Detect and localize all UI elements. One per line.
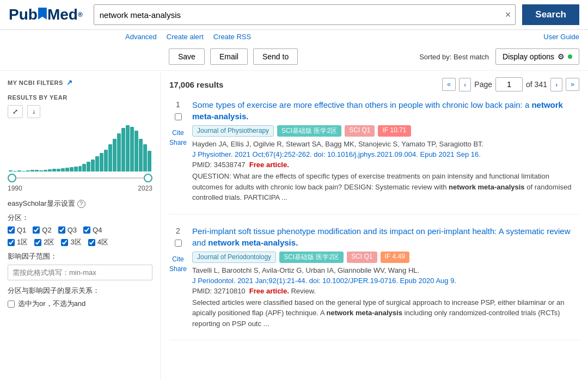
- zone-cb-label: Q3: [68, 226, 77, 234]
- article-left-col: 1CiteShare: [169, 99, 187, 203]
- article-journal[interactable]: J Physiother. 2021 Oct;67(4):252-262. do…: [192, 150, 579, 158]
- range-handle-right[interactable]: [144, 174, 152, 182]
- chart-bar: [74, 167, 78, 171]
- zone-cb-label: 3区: [70, 237, 81, 247]
- zone-checkbox-4区[interactable]: [88, 239, 95, 246]
- zone-checkbox-3区[interactable]: [61, 239, 68, 246]
- first-page-button[interactable]: «: [442, 78, 456, 91]
- range-handle-left[interactable]: [8, 174, 16, 182]
- create-alert-link[interactable]: Create alert: [167, 33, 204, 41]
- article-badge: Journal of Physiotherapy: [192, 125, 274, 137]
- article-journal[interactable]: J Periodontol. 2021 Jan;92(1):21-44. doi…: [192, 277, 579, 285]
- chart-bar: [100, 153, 103, 171]
- chart-bar: [78, 166, 82, 171]
- chart-bar: [121, 128, 125, 171]
- clear-search-button[interactable]: ×: [501, 9, 516, 21]
- chart-bar: [52, 169, 56, 171]
- toolbar: Save Email Send to Sorted by: Best match…: [0, 43, 588, 71]
- zone-cb-label: Q1: [17, 226, 26, 234]
- relation-label: 分区与影响因子的显示关系：: [8, 286, 152, 296]
- chart-bar: [70, 167, 74, 171]
- next-page-button[interactable]: ›: [550, 78, 562, 91]
- zone-checkbox-Q1[interactable]: [8, 226, 15, 234]
- article-item: 2CiteSharePeri-implant soft tissue pheno…: [169, 225, 579, 341]
- chart-bar: [148, 151, 151, 171]
- advanced-link[interactable]: Advanced: [125, 33, 157, 41]
- share-button[interactable]: Share: [169, 265, 187, 273]
- pubmed-logo[interactable]: PubMed®: [9, 6, 83, 23]
- article-authors: Tavelli L, Barootchi S, Avila-Ortiz G, U…: [192, 266, 579, 274]
- zone-checkbox-Q3[interactable]: [58, 226, 65, 234]
- year-end-label: 2023: [138, 185, 152, 192]
- chart-bar: [35, 170, 39, 171]
- article-body: Peri-implant soft tissue phenotype modif…: [192, 225, 579, 329]
- article-badge: IF 10.71: [378, 125, 411, 137]
- green-dot-indicator: [568, 54, 572, 59]
- chart-bar: [22, 171, 26, 171]
- external-link-icon: ↗: [66, 78, 73, 87]
- impact-input[interactable]: [8, 265, 152, 280]
- chart-bar: [82, 164, 86, 171]
- range-line: [8, 177, 152, 179]
- display-options-button[interactable]: Display options ⚙: [495, 48, 579, 65]
- expand-chart-button[interactable]: ⤢: [8, 105, 23, 118]
- chart-bar: [95, 156, 99, 171]
- zone-cb-label: Q4: [93, 226, 102, 234]
- download-chart-button[interactable]: ↓: [27, 105, 40, 118]
- save-button[interactable]: Save: [169, 48, 205, 65]
- prev-page-button[interactable]: ‹: [459, 78, 471, 91]
- search-bar: ×: [94, 4, 516, 25]
- search-input[interactable]: [94, 5, 501, 24]
- chart-bar: [9, 170, 13, 171]
- relation-checkbox: 选中为or，不选为and: [8, 299, 152, 309]
- zone-checkbox-2区[interactable]: [34, 239, 41, 246]
- free-article-label: Free article.: [249, 287, 289, 295]
- chart-bar: [44, 170, 47, 171]
- pmid-line: PMID: 32710810 Free article. Review.: [192, 287, 579, 295]
- relation-option-label: 选中为or，不选为and: [18, 299, 85, 309]
- cite-button[interactable]: Cite: [172, 255, 183, 263]
- search-button[interactable]: Search: [522, 4, 579, 25]
- share-button[interactable]: Share: [169, 139, 187, 146]
- zone-cb-item: Q3: [58, 226, 77, 234]
- chart-bar: [17, 170, 21, 171]
- article-badge: SCI Q1: [345, 125, 375, 137]
- last-page-button[interactable]: »: [566, 78, 579, 91]
- results-count: 17,006 results: [169, 80, 442, 89]
- article-title-link[interactable]: Peri-implant soft tissue phenotype modif…: [192, 225, 579, 248]
- logo-bookmark-icon: [38, 8, 47, 20]
- zone-cb-item: Q2: [33, 226, 51, 234]
- zone-checkbox-Q2[interactable]: [33, 226, 40, 234]
- chart-bar: [108, 144, 112, 171]
- article-abstract: QUESTION: What are the effects of specif…: [192, 171, 579, 203]
- article-checkbox[interactable]: [175, 113, 182, 120]
- cite-share-group: CiteShare: [169, 129, 187, 146]
- results-header: 17,006 results « ‹ Page of 341 › »: [169, 77, 579, 91]
- article-number: 2: [176, 226, 180, 235]
- zone-checkbox-1区[interactable]: [8, 239, 15, 246]
- chart-bar: [87, 162, 90, 171]
- gear-icon: ⚙: [558, 52, 565, 61]
- article-checkbox[interactable]: [175, 240, 182, 247]
- article-badge: Journal of Periodontology: [192, 252, 276, 263]
- send-to-button[interactable]: Send to: [253, 48, 298, 65]
- help-icon[interactable]: ?: [77, 200, 85, 208]
- highlight-term: network meta-analysis: [326, 309, 402, 317]
- article-title-link[interactable]: Some types of exercise are more effectiv…: [192, 99, 579, 122]
- main-layout: MY NCBI FILTERS ↗ RESULTS BY YEAR ⤢ ↓ 19…: [0, 71, 588, 380]
- chart-bar: [134, 131, 138, 171]
- logo-pub: Pub: [9, 6, 38, 23]
- sub-header: Advanced Create alert Create RSS User Gu…: [0, 30, 588, 43]
- relation-checkbox-input[interactable]: [8, 301, 15, 308]
- page-input[interactable]: [495, 77, 523, 91]
- zone-cb-label: Q2: [42, 226, 51, 234]
- zone-checkbox-Q4[interactable]: [83, 226, 90, 234]
- chart-bar: [65, 168, 69, 171]
- year-range-slider[interactable]: [8, 174, 152, 182]
- create-rss-link[interactable]: Create RSS: [213, 33, 251, 41]
- chart-bar: [143, 144, 147, 171]
- email-button[interactable]: Email: [210, 48, 248, 65]
- article-authors: Hayden JA, Ellis J, Ogilvie R, Stewart S…: [192, 140, 579, 148]
- cite-button[interactable]: Cite: [172, 129, 183, 137]
- user-guide-link[interactable]: User Guide: [543, 33, 579, 41]
